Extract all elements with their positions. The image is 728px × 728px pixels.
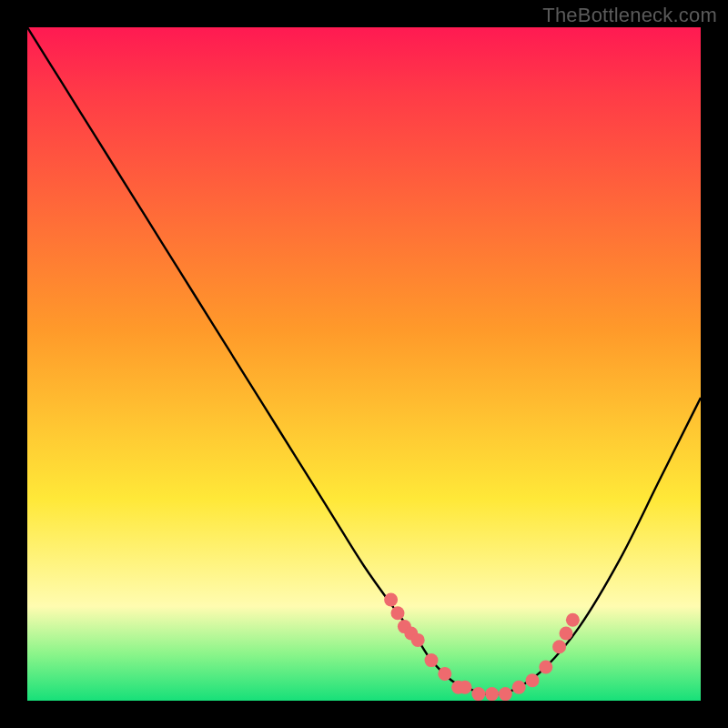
highlight-dot	[552, 640, 566, 653]
highlight-dot	[425, 653, 439, 667]
highlight-dot	[438, 667, 451, 681]
highlight-dot	[391, 606, 405, 620]
highlight-dot	[499, 687, 512, 701]
highlight-dot	[411, 633, 425, 647]
highlight-dot	[459, 681, 472, 694]
highlight-dot	[560, 627, 573, 641]
bottleneck-curve	[27, 27, 701, 695]
highlight-dots-group	[384, 593, 580, 702]
highlight-dot	[384, 593, 398, 607]
highlight-dot	[512, 681, 526, 694]
chart-svg	[27, 27, 701, 701]
highlight-dot	[566, 613, 580, 627]
highlight-dot	[485, 687, 499, 701]
plot-area	[27, 27, 701, 701]
watermark-text: TheBottleneck.com	[542, 4, 717, 27]
highlight-dot	[526, 673, 540, 687]
chart-frame: TheBottleneck.com	[0, 0, 728, 728]
highlight-dot	[539, 661, 552, 674]
highlight-dot	[471, 687, 485, 701]
